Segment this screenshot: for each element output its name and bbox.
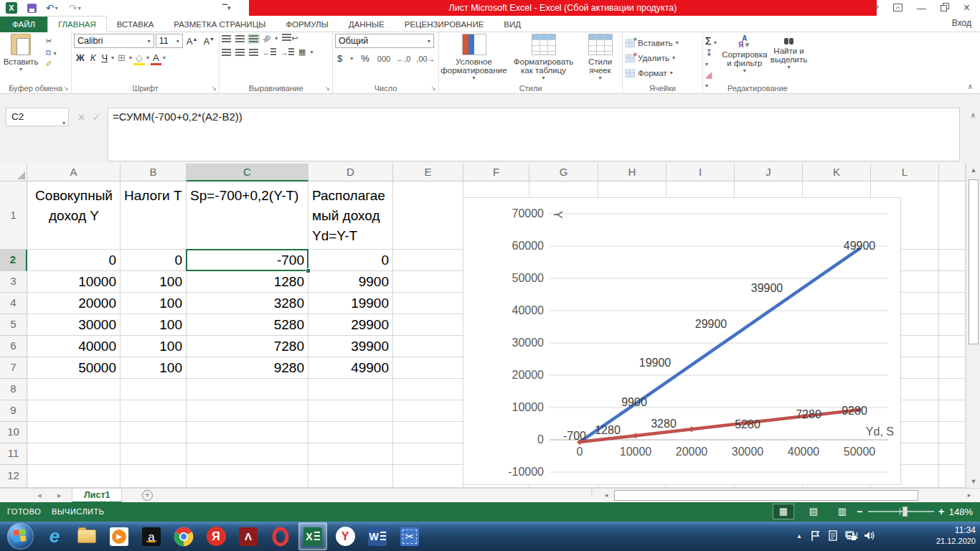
cell-D4[interactable]: 19900 — [308, 293, 393, 314]
cell-D12[interactable] — [308, 465, 393, 488]
undo-icon[interactable]: ↶▾ — [46, 1, 58, 14]
cell-E11[interactable] — [393, 443, 463, 465]
cut-icon[interactable]: ✂ — [45, 37, 56, 46]
cell-x9[interactable] — [939, 400, 966, 422]
yandex-taskbar-icon[interactable]: Y — [331, 522, 359, 550]
cell-C6[interactable]: 7280 — [187, 336, 308, 357]
acrobat-reader-taskbar-icon[interactable]: Λ — [234, 522, 263, 550]
horizontal-scroll-thumb[interactable] — [614, 490, 918, 501]
column-header-D[interactable]: D — [308, 164, 393, 182]
increase-decimal-icon[interactable]: ←,0 — [396, 55, 410, 63]
cell-A12[interactable] — [27, 465, 121, 488]
cell-A5[interactable]: 30000 — [27, 314, 121, 336]
vertical-scroll-thumb[interactable] — [969, 179, 979, 344]
autosum-icon[interactable]: Σ ▾ — [705, 35, 717, 47]
align-left-icon[interactable] — [222, 49, 231, 56]
chart[interactable]: -100000100002000030000400005000060000700… — [463, 197, 901, 485]
cell-A8[interactable] — [27, 379, 121, 400]
row-header-11[interactable]: 11 — [0, 443, 27, 465]
zoom-in-icon[interactable]: + — [938, 506, 944, 517]
cell-E8[interactable] — [393, 379, 463, 400]
cell-B2[interactable]: 0 — [121, 250, 187, 271]
cell-D9[interactable] — [308, 400, 393, 422]
row-header-12[interactable]: 12 — [0, 465, 27, 488]
percent-style-icon[interactable]: % — [359, 53, 372, 64]
cancel-icon[interactable]: ✕ — [77, 112, 85, 123]
zoom-out-icon[interactable]: − — [857, 506, 862, 517]
sheet-tab[interactable]: Лист1 — [72, 489, 122, 503]
increase-indent-icon[interactable]: → — [281, 48, 294, 57]
borders-icon[interactable]: ⊞ — [116, 52, 128, 63]
align-center-icon[interactable] — [235, 49, 245, 56]
row-header-4[interactable]: 4 — [0, 293, 27, 314]
tray-expand-icon[interactable]: ▲ — [796, 533, 802, 551]
cell-C12[interactable] — [187, 465, 308, 488]
row-header-8[interactable]: 8 — [0, 379, 27, 400]
name-box[interactable]: C2▾ — [6, 108, 69, 126]
cell-E2[interactable] — [393, 250, 463, 271]
formula-input[interactable]: =СУММ(-700+0,2*(A2-B2)) — [108, 108, 960, 161]
row-header-3[interactable]: 3 — [0, 271, 27, 293]
cell-B3[interactable]: 100 — [121, 271, 187, 293]
cell-D7[interactable]: 49900 — [308, 357, 393, 379]
scroll-left-icon[interactable]: ◂ — [601, 490, 611, 501]
excel-taskbar-icon[interactable]: X — [298, 522, 327, 550]
align-top-icon[interactable] — [222, 35, 231, 42]
start-button[interactable] — [7, 523, 34, 550]
cell-D8[interactable] — [308, 379, 393, 400]
internet-explorer-taskbar-icon[interactable]: e — [40, 522, 69, 550]
cell-C7[interactable]: 9280 — [187, 357, 308, 379]
ribbon-tab-5[interactable]: ДАННЫЕ — [339, 17, 395, 33]
tab-splitter-handle[interactable]: ⋮ — [588, 490, 595, 494]
number-dialog-launcher[interactable]: ↘ — [430, 85, 436, 92]
scroll-up-icon[interactable]: ▲ — [966, 164, 980, 176]
cell-A11[interactable] — [27, 443, 121, 465]
cell-x12[interactable] — [939, 465, 966, 488]
conditional-formatting-button[interactable]: Условное форматирование▾ — [443, 34, 505, 83]
help-icon[interactable]: ? — [873, 3, 878, 14]
format-as-table-button[interactable]: Форматировать как таблицу▾ — [511, 34, 577, 83]
cell-C5[interactable]: 5280 — [187, 314, 308, 336]
cell-A10[interactable] — [27, 422, 121, 443]
cell-x8[interactable] — [939, 379, 966, 400]
zoom-slider-track[interactable] — [868, 511, 934, 512]
cell-E1[interactable] — [393, 182, 463, 250]
find-select-button[interactable]: Найти и выделить▾ — [768, 35, 810, 84]
ribbon-tab-file[interactable]: ФАЙЛ — [0, 17, 47, 33]
cell-D6[interactable]: 39900 — [308, 336, 393, 357]
decrease-indent-icon[interactable]: ← — [263, 48, 276, 57]
align-middle-icon[interactable] — [235, 35, 245, 42]
enter-icon[interactable]: ✓ — [93, 112, 100, 123]
paste-button[interactable]: Вставить▾ — [2, 34, 39, 83]
cell-C1[interactable]: Sp=-700+0,2(Y-T) — [187, 182, 308, 250]
cell-E12[interactable] — [393, 465, 463, 488]
cell-E10[interactable] — [393, 422, 463, 443]
normal-view-icon[interactable]: ▦ — [773, 504, 793, 519]
cell-B1[interactable]: Налоги T — [121, 182, 187, 250]
cell-B6[interactable]: 100 — [121, 336, 187, 357]
cell-x10[interactable] — [939, 422, 966, 443]
close-icon[interactable]: × — [963, 1, 970, 14]
status-calculate[interactable]: ВЫЧИСЛИТЬ — [52, 507, 104, 516]
page-break-view-icon[interactable]: ▥ — [832, 504, 852, 519]
merge-center-icon[interactable]: ▦ — [298, 47, 306, 57]
fill-icon[interactable]: ↧ ▾ — [705, 48, 717, 68]
fill-color-icon[interactable]: ◇ — [133, 52, 145, 63]
row-header-1[interactable]: 1 — [0, 182, 27, 250]
cell-D2[interactable]: 0 — [308, 250, 393, 271]
cell-B12[interactable] — [121, 465, 187, 488]
align-bottom-icon[interactable] — [249, 35, 258, 42]
cell-B8[interactable] — [121, 379, 187, 400]
cell-A9[interactable] — [27, 400, 121, 422]
collapse-formula-bar-icon[interactable]: ∧ — [971, 111, 976, 119]
cell-D10[interactable] — [308, 422, 393, 443]
italic-button[interactable]: К — [88, 52, 98, 63]
column-header-C[interactable]: C — [187, 164, 308, 182]
opera-taskbar-icon[interactable] — [266, 522, 295, 550]
align-right-icon[interactable] — [249, 49, 258, 56]
column-header-L[interactable]: L — [871, 164, 939, 182]
cell-E3[interactable] — [393, 271, 463, 293]
collapse-ribbon-icon[interactable]: ∧ — [968, 83, 973, 90]
minimize-icon[interactable]: — — [917, 3, 926, 14]
comma-style-icon[interactable]: 000 — [377, 55, 390, 63]
